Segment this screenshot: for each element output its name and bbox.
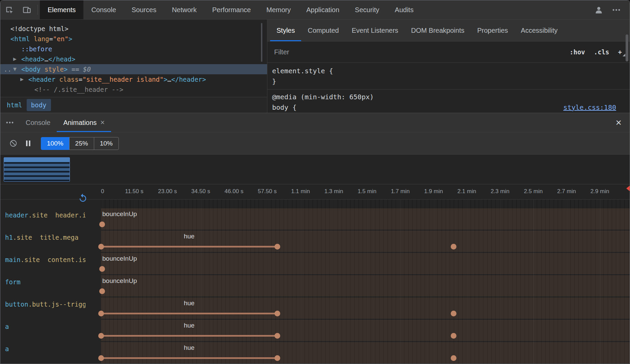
dom-tree-line[interactable]: <!-- /.site__header -->: [0, 84, 267, 95]
ruler-tick-label: 1.9 min: [424, 188, 443, 195]
styles-scrollbar[interactable]: [626, 34, 628, 61]
drawer-close-icon[interactable]: ×: [615, 118, 622, 128]
drawer-more-icon[interactable]: [0, 118, 19, 127]
keyframe-dot[interactable]: [99, 266, 105, 272]
keyframe-dot[interactable]: [99, 222, 105, 227]
animation-bar[interactable]: [101, 357, 277, 359]
device-toolbar-icon[interactable]: [18, 0, 35, 19]
ruler-tick-label: 46.00 s: [225, 188, 243, 195]
tab-console[interactable]: Console: [83, 0, 124, 19]
animation-bar[interactable]: [101, 335, 277, 337]
animation-track[interactable]: bounceInUp: [101, 253, 630, 274]
style-source-link[interactable]: style.css:180: [563, 102, 625, 113]
body-rule[interactable]: body { style.css:180: [272, 102, 625, 113]
new-style-rule-button[interactable]: +: [614, 46, 626, 58]
styles-tab-properties[interactable]: Properties: [471, 20, 514, 41]
clear-all-icon[interactable]: [6, 136, 21, 151]
keyframe-dot[interactable]: [274, 311, 280, 316]
animation-node-link[interactable]: h1.site__title.mega: [5, 234, 78, 241]
drawer-tab-animations[interactable]: Animations×: [57, 113, 111, 132]
styles-tab-dom-breakpoints[interactable]: DOM Breakpoints: [405, 20, 471, 41]
keyframe-dot[interactable]: [98, 333, 104, 339]
scrubber-marker[interactable]: [626, 186, 630, 191]
playback-rate-25-button[interactable]: 25%: [69, 137, 94, 150]
breadcrumb-item-body[interactable]: body: [27, 99, 51, 111]
animation-track[interactable]: hue: [101, 231, 630, 252]
hov-toggle-button[interactable]: :hov: [565, 46, 589, 58]
animation-track[interactable]: hue: [101, 342, 630, 363]
keyframe-dot[interactable]: [451, 333, 456, 339]
dom-tree-line[interactable]: ::before: [0, 44, 267, 54]
animation-node-link[interactable]: main.site__content.is: [5, 256, 85, 263]
dom-tree-line[interactable]: ▶<header class="site__header island">…</…: [0, 74, 267, 84]
dom-tree-line[interactable]: ▶<head>…</head>: [0, 54, 267, 64]
playback-rate-100-button[interactable]: 100%: [41, 137, 70, 150]
element-style-rule-open[interactable]: element.style {: [272, 66, 625, 76]
tab-sources[interactable]: Sources: [124, 0, 164, 19]
top-panels: <!doctype html><html lang="en">::before▶…: [0, 20, 630, 113]
animation-node-link[interactable]: button.butt.js--trigge: [5, 301, 85, 308]
inspect-icon[interactable]: [0, 0, 18, 19]
more-menu-icon[interactable]: [607, 0, 625, 19]
tab-network[interactable]: Network: [164, 0, 204, 19]
styles-tab-event-listeners[interactable]: Event Listeners: [345, 20, 405, 41]
tab-audits[interactable]: Audits: [387, 0, 421, 19]
styles-filter-input[interactable]: Filter: [274, 48, 565, 56]
dom-tree-line[interactable]: <html lang="en">: [0, 34, 267, 44]
animation-node-link[interactable]: a: [5, 345, 9, 353]
elements-scrollbar[interactable]: [261, 23, 262, 62]
element-style-rule-close[interactable]: }: [272, 76, 625, 87]
animation-track[interactable]: bounceInUp: [101, 275, 630, 296]
animation-track[interactable]: hue: [101, 297, 630, 319]
keyframe-dot[interactable]: [99, 288, 105, 294]
animation-track[interactable]: bounceInUp: [101, 208, 630, 230]
expand-arrow-icon[interactable]: ▼: [13, 64, 17, 74]
styles-tab-accessibility[interactable]: Accessibility: [515, 20, 564, 41]
animation-row: ahue: [0, 342, 630, 363]
animation-row: main.site__content.isbounceInUp: [0, 253, 630, 274]
keyframe-dot[interactable]: [98, 355, 104, 361]
animation-track[interactable]: hue: [101, 320, 630, 341]
cls-toggle-button[interactable]: .cls: [589, 46, 614, 58]
rule-divider: [267, 89, 630, 89]
keyframe-dot[interactable]: [274, 244, 280, 250]
styles-tab-computed[interactable]: Computed: [301, 20, 345, 41]
keyframe-dot[interactable]: [274, 333, 280, 339]
tab-security[interactable]: Security: [347, 0, 387, 19]
dom-tree-line[interactable]: <!doctype html>: [0, 24, 267, 34]
tab-application[interactable]: Application: [298, 0, 347, 19]
animations-timeline: 011.50 s23.00 s34.50 s46.00 s57.50 s1.1 …: [0, 184, 630, 364]
drawer-tab-console[interactable]: Console: [19, 113, 57, 132]
tab-performance[interactable]: Performance: [205, 0, 259, 19]
breadcrumb-item-html[interactable]: html: [2, 99, 27, 111]
animation-node-link[interactable]: form: [5, 278, 21, 286]
keyframe-dot[interactable]: [451, 355, 456, 361]
tab-memory[interactable]: Memory: [259, 0, 298, 19]
expand-arrow-icon[interactable]: ▶: [13, 54, 17, 64]
pause-icon[interactable]: [21, 136, 35, 151]
styles-tab-styles[interactable]: Styles: [270, 20, 301, 41]
animation-bar[interactable]: [101, 313, 277, 314]
playback-rate-10-button[interactable]: 10%: [94, 137, 119, 150]
dom-tree-line[interactable]: ..▼<body style> == $0: [0, 64, 267, 74]
tab-elements[interactable]: Elements: [40, 0, 83, 19]
expand-arrow-icon[interactable]: ▶: [20, 74, 24, 84]
animation-bar[interactable]: [101, 246, 277, 248]
animation-name-label: hue: [184, 344, 194, 352]
keyframe-dot[interactable]: [451, 311, 456, 316]
user-icon[interactable]: [590, 0, 607, 19]
animation-node-link[interactable]: a: [5, 323, 9, 330]
animation-rows: header.site__header.ibounceInUph1.site__…: [0, 200, 630, 364]
keyframe-dot[interactable]: [451, 244, 456, 250]
keyframe-dot[interactable]: [98, 311, 104, 316]
replay-icon[interactable]: [78, 193, 88, 203]
ruler-tick-label: 1.3 min: [324, 188, 343, 195]
animation-node-link[interactable]: header.site__header.i: [5, 211, 85, 219]
keyframe-dot[interactable]: [274, 355, 280, 361]
animation-group-preview[interactable]: [4, 157, 70, 182]
tab-close-icon[interactable]: ×: [100, 119, 105, 126]
animation-name-label: bounceInUp: [102, 277, 137, 285]
ruler-tick-label: 2.9 min: [590, 188, 609, 195]
keyframe-dot[interactable]: [98, 244, 104, 250]
main-tabs: ElementsConsoleSourcesNetworkPerformance…: [40, 0, 421, 19]
